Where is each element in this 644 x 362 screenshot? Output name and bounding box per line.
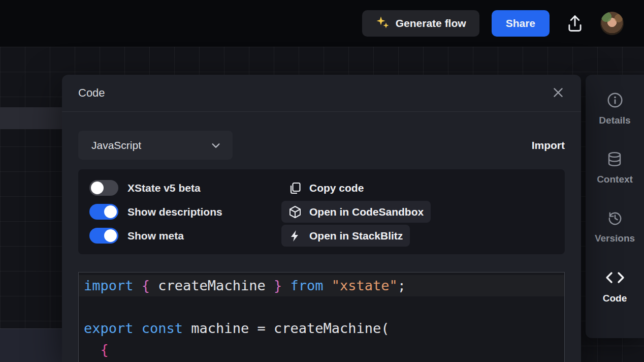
- share-label: Share: [506, 17, 535, 29]
- panel-item-code[interactable]: Code: [603, 268, 627, 304]
- state-node-partial: [0, 107, 66, 129]
- import-button[interactable]: Import: [532, 139, 565, 152]
- info-icon: [606, 92, 624, 110]
- code-editor-content: import { createMachine } from "xstate"; …: [79, 275, 564, 360]
- share-button[interactable]: Share: [492, 10, 550, 37]
- toggle-knob: [91, 182, 104, 194]
- actions-column: Copy code Open in CodeSandbox: [281, 176, 554, 248]
- copy-code-label: Copy code: [309, 182, 364, 194]
- panel-label-versions: Versions: [595, 233, 635, 244]
- right-tools-panel: Details Context Versions C: [586, 75, 644, 338]
- code-icon: [604, 268, 626, 288]
- show-meta-label: Show meta: [127, 230, 184, 242]
- code-line: [79, 296, 564, 318]
- avatar[interactable]: [600, 12, 624, 35]
- database-icon: [606, 150, 623, 169]
- close-icon: [552, 86, 565, 101]
- panel-item-versions[interactable]: Versions: [595, 209, 635, 244]
- bottom-left-panel: [0, 328, 66, 362]
- panel-label-code: Code: [603, 293, 627, 304]
- open-stackblitz-label: Open in StackBlitz: [309, 230, 403, 242]
- modal-title: Code: [78, 86, 105, 100]
- chevron-down-icon: [210, 140, 221, 151]
- show-descriptions-label: Show descriptions: [127, 206, 222, 218]
- toggle-knob: [104, 229, 117, 242]
- open-codesandbox-label: Open in CodeSandbox: [309, 206, 424, 218]
- copy-code-button[interactable]: Copy code: [281, 177, 371, 199]
- toggle-row-xstate-v5: XState v5 beta: [89, 176, 276, 200]
- codesandbox-icon: [288, 205, 302, 219]
- open-stackblitz-button[interactable]: Open in StackBlitz: [281, 225, 410, 247]
- copy-icon: [288, 182, 302, 195]
- panel-item-context[interactable]: Context: [597, 150, 633, 185]
- toggle-knob: [104, 205, 117, 218]
- code-modal-body: JavaScript Import XState v5 beta Show de…: [62, 112, 581, 362]
- panel-item-details[interactable]: Details: [599, 92, 630, 126]
- show-meta-toggle[interactable]: [89, 228, 118, 244]
- language-select[interactable]: JavaScript: [78, 131, 233, 160]
- panel-label-details: Details: [599, 115, 630, 126]
- sparkles-icon: [375, 15, 390, 32]
- code-modal-header: Code: [62, 75, 581, 112]
- topbar: Generate flow Share: [0, 0, 644, 47]
- generate-flow-label: Generate flow: [396, 17, 466, 29]
- close-button[interactable]: [552, 86, 565, 101]
- code-editor[interactable]: import { createMachine } from "xstate"; …: [78, 272, 565, 362]
- toggle-row-show-meta: Show meta: [89, 224, 276, 248]
- xstate-v5-toggle[interactable]: [89, 180, 118, 196]
- open-codesandbox-button[interactable]: Open in CodeSandbox: [281, 201, 431, 223]
- language-select-value: JavaScript: [91, 139, 141, 152]
- code-line: {: [79, 339, 564, 360]
- panel-label-context: Context: [597, 174, 633, 185]
- show-descriptions-toggle[interactable]: [89, 204, 118, 220]
- xstate-v5-label: XState v5 beta: [127, 182, 201, 194]
- language-row: JavaScript Import: [78, 131, 565, 160]
- stackblitz-icon: [288, 229, 302, 243]
- code-line: export const machine = createMachine(: [79, 318, 564, 339]
- upload-icon: [565, 13, 585, 35]
- toggles-column: XState v5 beta Show descriptions Show me…: [89, 176, 276, 248]
- generate-flow-button[interactable]: Generate flow: [362, 10, 479, 37]
- upload-button[interactable]: [565, 13, 585, 35]
- code-line: import { createMachine } from "xstate";: [79, 275, 564, 296]
- options-panel: XState v5 beta Show descriptions Show me…: [78, 169, 565, 254]
- history-icon: [606, 209, 624, 228]
- toggle-row-show-descriptions: Show descriptions: [89, 200, 276, 224]
- code-modal: Code JavaScript Import: [62, 75, 581, 362]
